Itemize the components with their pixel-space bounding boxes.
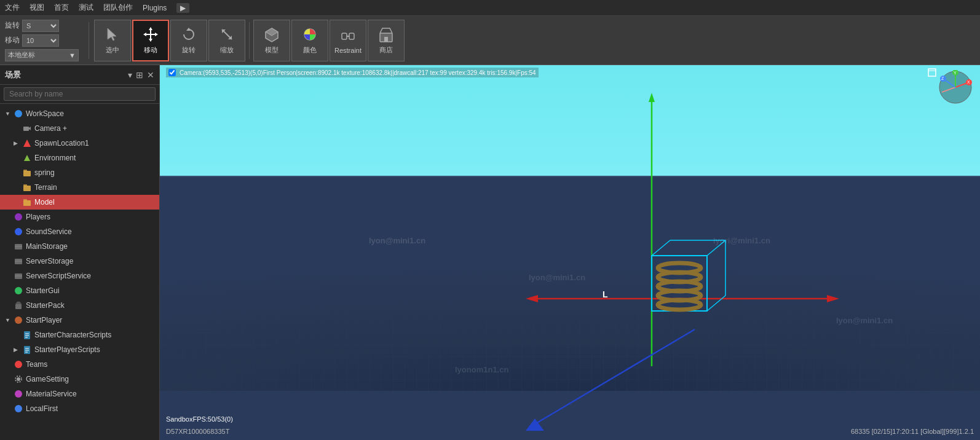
menubar: 文件 视图 首页 测试 团队创作 Plugins ▶ (0, 0, 980, 16)
sidebar-filter-btn[interactable]: ▾ (128, 70, 132, 80)
tree-item-localfirst[interactable]: LocalFirst (0, 401, 159, 416)
svg-rect-26 (23, 186, 31, 191)
svg-marker-23 (24, 155, 30, 161)
svg-rect-20 (23, 127, 29, 131)
svg-marker-5 (143, 33, 146, 36)
tree-label: SoundService (26, 227, 72, 236)
menu-view[interactable]: 视图 (30, 2, 44, 13)
tool-scale[interactable]: 缩放 (208, 20, 245, 61)
svg-rect-34 (15, 259, 22, 264)
tree-item-spring[interactable]: spring (0, 165, 159, 180)
tool-color[interactable]: 颜色 (291, 20, 328, 61)
restraint-icon (339, 27, 357, 44)
tree-item-model[interactable]: Model (0, 195, 159, 210)
tree-arrow[interactable]: ▶ (14, 140, 22, 146)
rotate-row: 旋转 SML (5, 20, 79, 32)
tree-icon-sphere (14, 389, 23, 399)
tree-item-starterplayerscripts[interactable]: ▶StarterPlayerScripts (0, 342, 159, 357)
viewport[interactable]: Camera:(9593,535,-2513)(5,0)First Person… (160, 65, 980, 440)
maximize-btn[interactable] (927, 68, 937, 79)
tree-item-materialservice[interactable]: MaterialService (0, 387, 159, 401)
tree-label: ServerStorage (26, 257, 73, 265)
menu-home[interactable]: 首页 (54, 2, 69, 13)
tree-icon-spawn (22, 138, 32, 148)
coord-select[interactable]: 本地坐标 ▼ (5, 49, 79, 61)
tree-item-environment[interactable]: Environment (0, 151, 159, 165)
tree-arrow[interactable]: ▼ (5, 317, 14, 323)
sidebar-copy-btn[interactable]: ⊞ (136, 70, 143, 80)
tool-restraint[interactable]: Restraint (330, 20, 366, 61)
svg-marker-60 (526, 418, 544, 431)
svg-text:Y: Y (954, 71, 957, 75)
tree-item-soundservice[interactable]: SoundService (0, 224, 159, 239)
toolbar-left-controls: 旋转 SML 移动 1015 本地坐标 ▼ (5, 20, 79, 61)
sidebar-close-btn[interactable]: ✕ (147, 70, 154, 80)
model-icon (263, 26, 280, 43)
tree-icon-folder (22, 183, 32, 192)
tree-arrow[interactable]: ▼ (5, 111, 14, 117)
tool-select[interactable]: 选中 (94, 20, 131, 61)
scale-icon (218, 26, 235, 43)
tree-item-startergui[interactable]: StarterGui (0, 283, 159, 298)
tree-label: MaterialService (26, 390, 77, 398)
menu-test[interactable]: 测试 (79, 2, 93, 13)
tree-item-terrain[interactable]: Terrain (0, 180, 159, 195)
shop-icon (377, 26, 395, 43)
move-row: 移动 1015 (5, 34, 79, 47)
search-box (0, 85, 159, 104)
svg-point-50 (17, 377, 20, 381)
toolbar: 旋转 SML 移动 1015 本地坐标 ▼ 选中 (0, 16, 980, 65)
tool-rotate[interactable]: 旋转 (170, 20, 207, 61)
tree-container: ▼WorkSpaceCamera +▶SpawnLocation1Environ… (0, 104, 159, 440)
svg-rect-14 (342, 33, 347, 39)
tool-move[interactable]: 移动 (132, 20, 169, 61)
move-select[interactable]: 1015 (22, 34, 59, 47)
tree-icon-sphere (14, 315, 23, 325)
tool-model[interactable]: 模型 (253, 20, 290, 61)
tool-shop[interactable]: 商店 (368, 20, 405, 61)
svg-rect-15 (349, 33, 354, 39)
tree-item-startplayer[interactable]: ▼StartPlayer (0, 313, 159, 328)
svg-marker-21 (29, 127, 31, 130)
tree-arrow[interactable]: ▶ (14, 347, 22, 353)
rotate-select[interactable]: SML (22, 20, 59, 32)
tree-icon-gear (14, 374, 23, 384)
svg-point-31 (15, 228, 22, 235)
tree-icon-sphere (14, 212, 23, 222)
menu-plugins[interactable]: Plugins (143, 4, 167, 12)
search-input[interactable] (4, 87, 156, 101)
tree-item-players[interactable]: Players (0, 210, 159, 224)
tree-item-startercharacterscripts[interactable]: StarterCharacterScripts (0, 328, 159, 342)
tree-item-gamesetting[interactable]: GameSetting (0, 372, 159, 387)
tree-item-serverstorage[interactable]: ServerStorage (0, 254, 159, 269)
viewport-info-text: Camera:(9593,535,-2513)(5,0)First Person… (180, 69, 536, 76)
menu-file[interactable]: 文件 (5, 2, 20, 13)
tree-label: StarterPack (26, 301, 65, 310)
tree-item-teams[interactable]: Teams (0, 357, 159, 372)
tree-item-mainstorage[interactable]: MainStorage (0, 239, 159, 254)
svg-point-40 (15, 316, 22, 324)
viewport-info: Camera:(9593,535,-2513)(5,0)First Person… (166, 68, 539, 77)
tree-item-camera[interactable]: Camera + (0, 121, 159, 136)
menu-play[interactable]: ▶ (176, 3, 189, 13)
tree-icon-storage (14, 242, 23, 251)
tree-item-starterpack[interactable]: StarterPack (0, 298, 159, 313)
svg-point-52 (15, 390, 22, 398)
tree-item-workspace[interactable]: ▼WorkSpace (0, 106, 159, 121)
tree-item-serverscriptservice[interactable]: ServerScriptService (0, 269, 159, 283)
toolbar-divider-1 (89, 22, 89, 59)
tree-icon-sphere (14, 109, 23, 119)
viewport-checkbox[interactable] (168, 69, 176, 76)
menu-teamcreate[interactable]: 团队创作 (103, 2, 133, 13)
axis-gizmo: X Y Z (938, 70, 975, 107)
svg-text:X: X (967, 80, 970, 84)
tree-label: Camera + (34, 124, 67, 133)
svg-rect-27 (23, 184, 27, 186)
tree-icon-folder (22, 168, 32, 178)
tree-item-spawnlocation[interactable]: ▶SpawnLocation1 (0, 136, 159, 151)
tree-icon-storage (14, 271, 23, 281)
terrain-ground (160, 176, 980, 391)
maximize-icon (927, 68, 937, 77)
svg-rect-83 (928, 69, 936, 76)
tree-icon-sphere (14, 404, 23, 414)
